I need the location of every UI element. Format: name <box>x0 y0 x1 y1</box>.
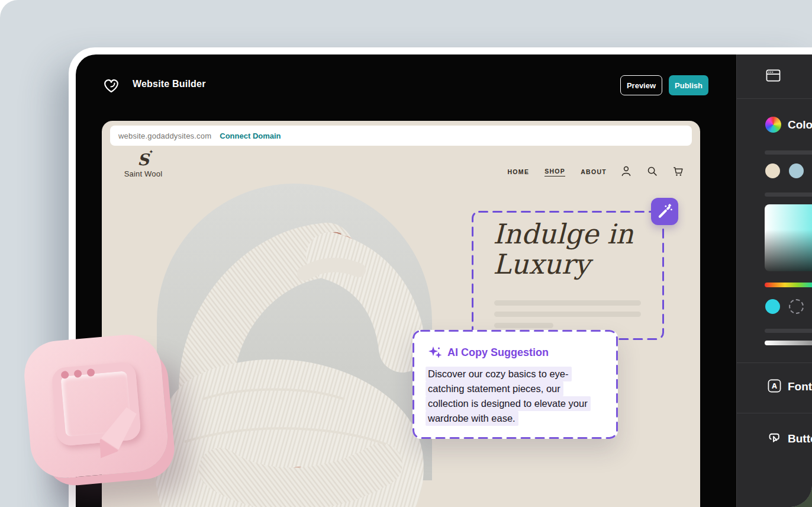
font-icon: A <box>768 379 781 393</box>
godaddy-logo-icon <box>102 76 121 95</box>
domain-text: website.godaddysites.com <box>118 131 211 140</box>
nav-link-home[interactable]: HOME <box>507 168 529 177</box>
swatch-add-custom[interactable] <box>789 299 804 314</box>
search-button[interactable] <box>646 165 659 179</box>
app-window: Website Builder Preview Publish website.… <box>69 47 812 507</box>
swatch-blue[interactable] <box>789 163 804 178</box>
sidebar-item-color[interactable]: Color <box>737 111 812 139</box>
site-pages-button[interactable] <box>766 69 781 84</box>
hero-image-sweater[interactable] <box>149 204 436 507</box>
hue-slider[interactable] <box>765 283 812 287</box>
fonts-label: Font <box>788 380 812 393</box>
site-nav: HOME SHOP ABOUT <box>507 165 685 179</box>
buttons-label: Button <box>788 432 812 445</box>
browser-window-icon <box>766 69 781 82</box>
sparkle-icon: ✦ <box>149 149 153 154</box>
domain-bar: website.godaddysites.com Connect Domain <box>110 126 692 146</box>
nav-link-about[interactable]: ABOUT <box>581 168 607 177</box>
editor-canvas: Website Builder Preview Publish website.… <box>76 54 812 507</box>
ai-text-line: Discover our cozy basics to eye- <box>426 367 572 381</box>
app-title: Website Builder <box>133 79 206 89</box>
preview-button[interactable]: Preview <box>620 75 662 95</box>
opacity-slider[interactable] <box>765 341 812 345</box>
ai-popup-text: Discover our cozy basics to eye- catchin… <box>428 367 591 426</box>
sidebar-skeleton-bar <box>765 192 812 197</box>
text-placeholder-line <box>494 312 641 317</box>
swatch-beige[interactable] <box>765 163 780 178</box>
ai-text-line: collection is designed to elevate your <box>426 396 591 411</box>
ai-popup-header: AI Copy Suggestion <box>428 345 549 360</box>
cart-icon <box>672 165 685 178</box>
search-icon <box>646 165 659 178</box>
text-placeholder-line <box>494 300 641 306</box>
cart-button[interactable] <box>672 165 685 179</box>
heading-selection-box[interactable]: Indulge in Luxury <box>472 211 664 340</box>
sidebar-item-fonts[interactable]: A Font <box>737 373 812 400</box>
sparkles-icon <box>428 345 442 360</box>
ai-text-line: catching statement pieces, our <box>426 381 563 396</box>
site-brand-logo[interactable]: S✦ Saint Wool <box>122 152 165 178</box>
button-icon <box>766 431 781 445</box>
color-label: Color <box>788 118 812 131</box>
site-preview: website.godaddysites.com Connect Domain … <box>102 121 700 507</box>
hero-heading: Indulge in Luxury <box>493 219 633 280</box>
color-wheel-icon <box>765 117 781 133</box>
connect-domain-link[interactable]: Connect Domain <box>220 131 281 140</box>
pink-3d-website-icon <box>21 332 170 480</box>
sidebar-divider <box>737 98 812 99</box>
brand-mark-icon: S✦ <box>137 152 149 168</box>
text-placeholder-line <box>494 323 553 328</box>
ai-popup-title: AI Copy Suggestion <box>447 346 549 359</box>
swatch-cyan-selected[interactable] <box>765 299 780 314</box>
svg-text:A: A <box>772 382 777 390</box>
publish-button[interactable]: Publish <box>669 75 708 95</box>
sidebar-skeleton-bar <box>765 329 812 333</box>
sidebar-item-buttons[interactable]: Button <box>737 425 812 453</box>
sidebar-divider <box>737 413 812 413</box>
ai-copy-suggestion-popup: AI Copy Suggestion Discover our cozy bas… <box>413 330 618 439</box>
magic-wand-icon <box>656 203 673 220</box>
saturation-picker[interactable] <box>765 204 812 271</box>
magic-wand-button[interactable] <box>651 198 678 225</box>
account-icon <box>620 165 633 178</box>
brand-name: Saint Wool <box>122 169 165 178</box>
sidebar-divider <box>737 362 812 363</box>
theme-sidebar: Color A Font <box>736 54 812 507</box>
account-button[interactable] <box>620 165 633 179</box>
sidebar-skeleton-bar <box>765 150 812 155</box>
ai-text-line: wardrobe with ease. <box>426 411 518 426</box>
nav-link-shop[interactable]: SHOP <box>544 168 565 177</box>
